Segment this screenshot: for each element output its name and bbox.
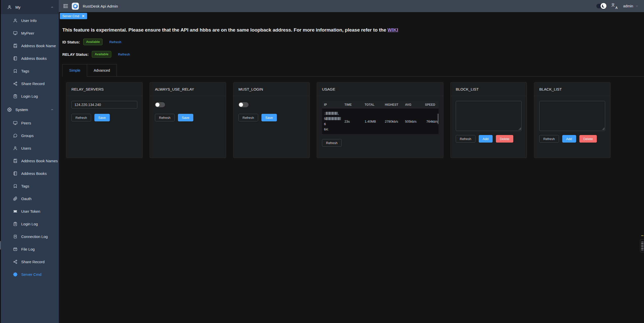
sidebar-item-file-log[interactable]: File Log [0, 243, 59, 255]
moon-icon [602, 5, 605, 8]
sidebar-item-groups[interactable]: Groups [0, 129, 59, 142]
sidebar-item-tags[interactable]: Tags [0, 65, 59, 77]
close-icon[interactable] [82, 15, 85, 17]
main-content: This feature is experimental. Please ens… [59, 20, 644, 323]
block-list-textarea[interactable] [456, 101, 522, 131]
user-icon [7, 5, 12, 9]
sidebar-group-my[interactable]: My [0, 0, 59, 14]
chevron-up-icon [50, 6, 54, 9]
block-list-add-button[interactable]: Add [479, 135, 493, 143]
usage-table-scrollbar-thumb[interactable] [438, 114, 439, 124]
chevron-down-icon [635, 5, 638, 8]
book-icon [13, 159, 17, 163]
sidebar-item-label: Tags [21, 69, 29, 73]
sidebar-item-mypeer[interactable]: MyPeer [0, 27, 59, 39]
dark-mode-toggle[interactable] [596, 4, 606, 8]
relay-servers-save-button[interactable]: Save [94, 114, 110, 121]
user-menu[interactable]: admin [623, 4, 639, 8]
wiki-link[interactable]: WIKI [388, 27, 398, 33]
always-use-relay-toggle[interactable] [155, 102, 165, 107]
card-title: RELAY_SERVERS [66, 83, 142, 96]
sidebar-item-login-log[interactable]: Login Log [0, 90, 59, 102]
redacted-ip-segment [326, 112, 338, 115]
sidebar-fold-icon[interactable] [63, 3, 68, 9]
sidebar-item-oauth[interactable]: Oauth [0, 192, 59, 205]
sidebar-group-system[interactable]: System [0, 102, 59, 117]
id-status-row: ID Status: Available Refresh [62, 39, 644, 45]
relay-servers-refresh-button[interactable]: Refresh [71, 114, 91, 121]
bookmark-icon [13, 69, 17, 73]
chevron-up-icon [50, 108, 54, 111]
card-block-list: BLOCK_LIST Refresh Add Delete [450, 82, 527, 158]
share-icon [13, 82, 17, 86]
block-list-refresh-button[interactable]: Refresh [456, 135, 475, 143]
sidebar-item-connection-log[interactable]: Connection Log [0, 230, 59, 243]
sidebar-item-label: User Token [21, 209, 40, 213]
sidebar-item-label: MyPeer [21, 31, 34, 35]
devtools-widget[interactable] [640, 239, 644, 252]
sidebar-item-login-log[interactable]: Login Log [0, 218, 59, 230]
gear-icon [7, 107, 12, 112]
app-title: RustDesk Api Admin [83, 4, 118, 8]
sidebar-item-peers[interactable]: Peers [0, 117, 59, 129]
monitor-icon [13, 31, 17, 35]
sidebar-item-address-book-name[interactable]: Address Book Name [0, 39, 59, 52]
sidebar-group-label: System [15, 107, 28, 112]
language-translate-icon[interactable]: 文 A [611, 3, 618, 9]
clipboard-icon [13, 222, 17, 226]
id-status-refresh-link[interactable]: Refresh [109, 40, 121, 44]
share-icon [13, 260, 17, 264]
devtools-stripes-icon [641, 241, 643, 250]
black-list-add-button[interactable]: Add [562, 135, 576, 143]
dark-mode-knob [601, 3, 606, 9]
card-relay-servers: RELAY_SERVERS Refresh Save [66, 82, 143, 158]
relay-servers-input[interactable] [71, 101, 137, 109]
monitor-icon [13, 121, 17, 125]
username: admin [623, 4, 633, 8]
user-icon [13, 18, 17, 23]
route-tab-server-cmd[interactable]: Server Cmd [60, 13, 87, 19]
block-list-delete-button[interactable]: Delete [496, 135, 514, 143]
sidebar-item-label: Share Record [21, 82, 45, 86]
sidebar-item-label: Login Log [21, 222, 38, 226]
sidebar-item-server-cmd[interactable]: Server Cmd [0, 268, 59, 281]
usage-refresh-button[interactable]: Refresh [322, 139, 342, 147]
card-must-login: MUST_LOGIN Refresh Save [233, 82, 310, 158]
always-use-relay-save-button[interactable]: Save [178, 114, 194, 121]
book-icon [13, 44, 17, 48]
ticket-icon [13, 209, 17, 213]
usage-column-header: TIME [342, 103, 363, 106]
sidebar-item-user-token[interactable]: User Token [0, 205, 59, 218]
black-list-textarea[interactable] [539, 101, 605, 131]
card-title: BLOCK_LIST [451, 83, 527, 96]
must-login-refresh-button[interactable]: Refresh [238, 114, 258, 121]
sidebar-item-label: Users [21, 146, 31, 150]
tab-advanced[interactable]: Advanced [87, 64, 117, 77]
always-use-relay-refresh-button[interactable]: Refresh [155, 114, 175, 121]
sidebar-item-address-book-names[interactable]: Address Book Names [0, 154, 59, 167]
chat-icon [13, 133, 17, 138]
sidebar-item-address-books[interactable]: Address Books [0, 52, 59, 65]
black-list-delete-button[interactable]: Delete [579, 135, 597, 143]
sidebar-scrollbar-thumb[interactable] [0, 241, 1, 250]
usage-column-header: AVG [403, 103, 423, 106]
sidebar-item-label: User Info [21, 18, 37, 23]
sidebar-item-label: Address Books [21, 171, 47, 176]
usage-table-header: IPTIMETOTALHIGHESTAVGSPEED [322, 101, 439, 109]
must-login-save-button[interactable]: Save [261, 114, 277, 121]
sidebar-item-share-record[interactable]: Share Record [0, 77, 59, 90]
must-login-toggle[interactable] [238, 102, 249, 107]
sidebar-item-address-books[interactable]: Address Books [0, 167, 59, 180]
sidebar-item-user-info[interactable]: User Info [0, 14, 59, 27]
sidebar-item-users[interactable]: Users [0, 142, 59, 154]
clipboard-icon [13, 94, 17, 98]
card-always-use-relay: ALWAYS_USE_RELAY Refresh Save [150, 82, 226, 158]
relay-status-label: RELAY Status: [62, 52, 89, 57]
sidebar-item-share-record[interactable]: Share Record [0, 255, 59, 268]
sidebar-item-tags[interactable]: Tags [0, 180, 59, 192]
relay-status-refresh-link[interactable]: Refresh [118, 52, 130, 56]
tab-simple[interactable]: Simple [62, 64, 87, 77]
user-icon [13, 146, 17, 150]
relay-status-row: RELAY Status: Available Refresh [62, 51, 644, 58]
black-list-refresh-button[interactable]: Refresh [539, 135, 559, 143]
